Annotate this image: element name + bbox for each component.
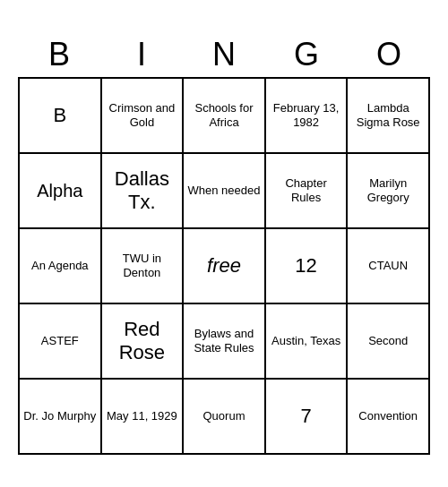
bingo-cell: Alpha <box>20 154 102 229</box>
bingo-cell: Marilyn Gregory <box>348 154 430 229</box>
bingo-cell: Austin, Texas <box>266 304 349 380</box>
bingo-cell: B <box>20 79 102 154</box>
bingo-header-letter: O <box>348 32 430 77</box>
bingo-cell: Bylaws and State Rules <box>184 304 266 380</box>
bingo-cell: Crimson and Gold <box>102 79 185 154</box>
bingo-cell: An Agenda <box>20 229 102 304</box>
bingo-cell: Second <box>348 304 430 380</box>
bingo-header-letter: I <box>100 32 183 77</box>
bingo-cell: May 11, 1929 <box>102 380 185 455</box>
bingo-cell: TWU in Denton <box>102 229 185 304</box>
bingo-cell: CTAUN <box>348 229 430 304</box>
bingo-cell: Convention <box>348 380 430 455</box>
bingo-cell: Lambda Sigma Rose <box>348 79 430 154</box>
bingo-cell: free <box>184 229 266 304</box>
bingo-header: BINGO <box>18 32 430 77</box>
bingo-cell: Quorum <box>184 380 266 455</box>
bingo-cell: When needed <box>184 154 266 229</box>
bingo-card: BINGO BCrimson and GoldSchools for Afric… <box>18 32 430 455</box>
bingo-grid: BCrimson and GoldSchools for AfricaFebru… <box>18 77 430 455</box>
bingo-cell: Red Rose <box>102 304 185 380</box>
bingo-header-letter: N <box>183 32 265 77</box>
bingo-cell: February 13, 1982 <box>266 79 349 154</box>
bingo-cell: Schools for Africa <box>184 79 266 154</box>
bingo-cell: ASTEF <box>20 304 102 380</box>
bingo-header-letter: G <box>265 32 348 77</box>
bingo-cell: Dallas Tx. <box>102 154 185 229</box>
bingo-cell: Dr. Jo Murphy <box>20 380 102 455</box>
bingo-cell: Chapter Rules <box>266 154 349 229</box>
bingo-cell: 12 <box>266 229 349 304</box>
bingo-cell: 7 <box>266 380 349 455</box>
bingo-header-letter: B <box>18 32 100 77</box>
